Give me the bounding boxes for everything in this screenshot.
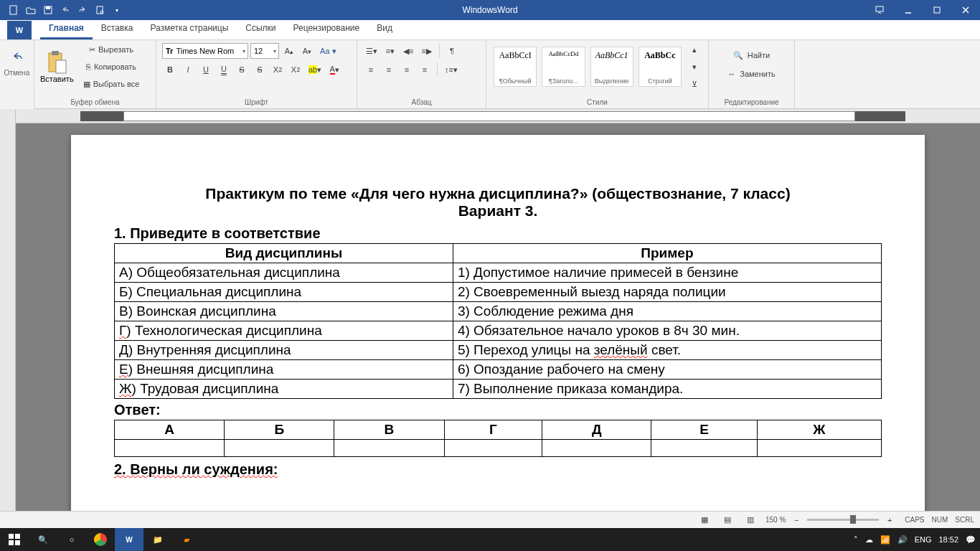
clock[interactable]: 18:52	[938, 535, 958, 544]
svg-rect-13	[9, 540, 14, 545]
volume-icon[interactable]: 🔊	[897, 535, 908, 545]
decrease-indent-button[interactable]: ◀≡	[400, 43, 416, 59]
bullets-button[interactable]: ☰▾	[363, 43, 380, 59]
view-web-button[interactable]: ▥	[743, 512, 758, 528]
highlight-button[interactable]: ab▾	[306, 62, 324, 77]
zoom-out-button[interactable]: −	[788, 512, 804, 528]
tab-references[interactable]: Ссылки	[237, 19, 284, 39]
redo-icon[interactable]	[75, 2, 90, 18]
document-page[interactable]: Практикум по теме «Для чего нужна дисцип…	[71, 135, 925, 534]
qat-more-icon[interactable]: ▾	[109, 2, 125, 18]
table-row: Ж) Трудовая дисциплина7) Выполнение прик…	[115, 380, 882, 399]
underline-button[interactable]: U	[198, 62, 214, 77]
font-color-button[interactable]: A▾	[326, 62, 342, 77]
increase-indent-button[interactable]: ≡▶	[418, 43, 434, 59]
scrl-indicator: SCRL	[955, 516, 974, 524]
task2-heading: 2. Верны ли суждения:	[114, 461, 882, 478]
print-preview-icon[interactable]	[92, 2, 108, 18]
start-button[interactable]	[0, 528, 29, 551]
tray-up-icon[interactable]: ˄	[854, 535, 858, 545]
align-right-button[interactable]: ≡	[399, 62, 415, 77]
minimize-icon[interactable]	[894, 0, 923, 20]
show-marks-button[interactable]: ¶	[444, 43, 460, 59]
lang-indicator[interactable]: ENG	[915, 535, 932, 544]
tab-insert[interactable]: Вставка	[93, 19, 142, 39]
align-left-button[interactable]: ≡	[363, 62, 379, 77]
paste-button[interactable]: Вставить	[40, 50, 74, 83]
match-table: Вид дисциплиныПример А) Общеобязательная…	[114, 243, 882, 399]
word-logo-icon[interactable]: W	[7, 21, 32, 39]
view-read-button[interactable]: ▤	[720, 512, 735, 528]
table-row: Д) Внутренняя дисциплина5) Переход улицы…	[115, 341, 882, 360]
select-all-button[interactable]: ▦Выбрать все	[80, 76, 143, 92]
new-doc-icon[interactable]	[6, 2, 22, 18]
notifications-icon[interactable]: 💬	[966, 535, 976, 545]
align-center-button[interactable]: ≡	[381, 62, 397, 77]
windows-taskbar: 🔍 ○ W 📁 ▰ ˄ ☁ 📶 🔊 ENG 18:52 💬	[0, 528, 980, 551]
svg-rect-9	[52, 51, 59, 55]
sublime-icon[interactable]: ▰	[172, 528, 201, 551]
workspace: Практикум по теме «Для чего нужна дисцип…	[0, 109, 980, 534]
network-icon[interactable]: 📶	[880, 535, 890, 545]
style-normal[interactable]: AaBbCcI¶Обычный	[494, 47, 537, 87]
double-strike-button[interactable]: S	[252, 62, 268, 77]
style-strong[interactable]: AaBbCcСтрогий	[639, 47, 682, 87]
svg-rect-2	[46, 6, 50, 9]
cortana-button[interactable]: ○	[57, 528, 86, 551]
styles-down-button[interactable]: ▾	[687, 59, 702, 75]
zoom-slider[interactable]	[807, 519, 879, 521]
superscript-button[interactable]: X2	[288, 62, 303, 77]
numbering-button[interactable]: ≡▾	[382, 43, 398, 59]
close-icon[interactable]	[951, 0, 980, 20]
font-name-combo[interactable]: TrTimes New Rom	[162, 43, 248, 59]
shrink-font-button[interactable]: A▾	[299, 43, 315, 59]
answer-table: АБВ ГДЕ Ж	[114, 420, 882, 457]
font-size-combo[interactable]: 12	[250, 43, 279, 59]
zoom-in-button[interactable]: +	[882, 512, 897, 528]
styles-group-label: Стили	[486, 98, 708, 106]
replace-button[interactable]: ↔Заменить	[715, 66, 788, 82]
styles-up-button[interactable]: ▴	[687, 42, 702, 57]
save-icon[interactable]	[40, 2, 56, 18]
chrome-icon[interactable]	[86, 528, 115, 551]
subscript-button[interactable]: X2	[270, 62, 286, 77]
search-button[interactable]: 🔍	[29, 528, 57, 551]
strike-button[interactable]: S	[234, 62, 250, 77]
onedrive-icon[interactable]: ☁	[865, 535, 873, 545]
double-underline-button[interactable]: U	[216, 62, 232, 77]
line-spacing-button[interactable]: ↕≡▾	[442, 62, 461, 77]
view-print-button[interactable]: ▦	[697, 512, 712, 528]
open-icon[interactable]	[23, 2, 39, 18]
explorer-icon[interactable]: 📁	[143, 528, 172, 551]
tab-review[interactable]: Рецензирование	[285, 19, 369, 39]
undo-button[interactable]	[8, 49, 27, 65]
copy-button[interactable]: ⎘Копировать	[80, 59, 143, 75]
tab-layout[interactable]: Разметка страницы	[141, 19, 237, 39]
undo-icon[interactable]	[57, 2, 73, 18]
tab-view[interactable]: Вид	[368, 19, 401, 39]
svg-rect-11	[9, 534, 14, 539]
change-case-button[interactable]: Aa ▾	[317, 43, 339, 59]
styles-more-button[interactable]: ⊻	[687, 76, 702, 92]
vertical-ruler	[0, 109, 16, 534]
cut-button[interactable]: ✂Вырезать	[80, 42, 143, 57]
bold-button[interactable]: B	[162, 62, 178, 77]
table-row: Е) Внешняя дисциплина6) Опоздание рабоче…	[115, 360, 882, 380]
style-emphasis[interactable]: AaBbCc1Выделение	[590, 47, 633, 87]
ribbon-options-icon[interactable]	[865, 0, 894, 20]
horizontal-ruler[interactable]	[16, 109, 980, 123]
word-taskbar-icon[interactable]: W	[115, 528, 143, 551]
app-title: WindowsWord	[462, 5, 517, 15]
status-bar: ▦ ▤ ▥ 150 % − + CAPS NUM SCRL	[0, 511, 980, 528]
tab-home[interactable]: Главная	[40, 19, 93, 39]
table-row: Г) Технологическая дисциплина4) Обязател…	[115, 321, 882, 341]
italic-button[interactable]: I	[180, 62, 196, 77]
table-row: Б) Специальная дисциплина2) Своевременны…	[115, 283, 882, 302]
style-heading[interactable]: AaBbCcDd¶Заголо...	[542, 47, 585, 87]
grow-font-button[interactable]: A▴	[281, 43, 297, 59]
doc-title: Практикум по теме «Для чего нужна дисцип…	[114, 185, 882, 202]
document-scroll[interactable]: Практикум по теме «Для чего нужна дисцип…	[16, 109, 980, 534]
find-button[interactable]: 🔍Найти	[715, 47, 788, 63]
align-justify-button[interactable]: ≡	[417, 62, 433, 77]
maximize-icon[interactable]	[923, 0, 951, 20]
